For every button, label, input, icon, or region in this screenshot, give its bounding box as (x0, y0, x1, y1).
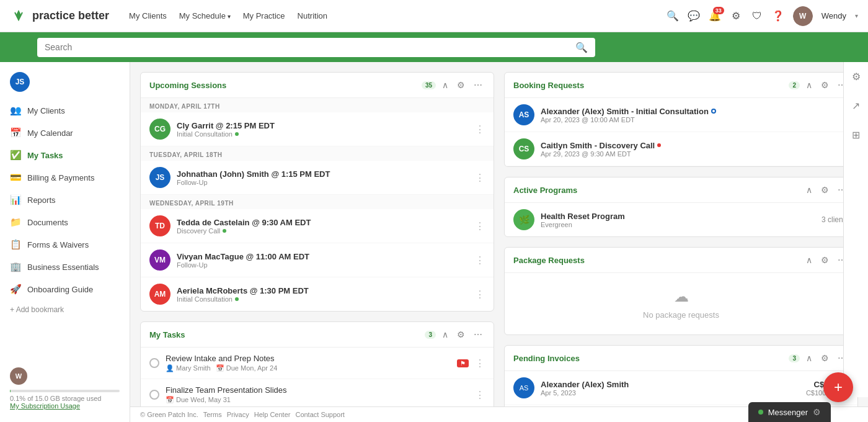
nav-my-schedule[interactable]: My Schedule (179, 11, 231, 20)
task-check-2[interactable] (149, 390, 159, 400)
right-sidebar: ⚙ ↗ ⊞ (843, 62, 868, 397)
collapse-bookings-btn[interactable]: ∧ (804, 79, 815, 91)
right-settings-icon[interactable]: ⚙ (848, 67, 864, 86)
user-dropdown-icon[interactable]: ▾ (855, 12, 858, 19)
sidebar-item-reports[interactable]: 📊 Reports (0, 189, 130, 211)
sidebar-label-billing: Billing & Payments (27, 173, 94, 182)
sidebar-item-my-calendar[interactable]: 📅 My Calendar (0, 122, 130, 144)
storage-bar (10, 390, 120, 392)
footer-contact[interactable]: Contact Support (295, 411, 345, 418)
session-name-am: Aeriela McRoberts @ 1:30 PM EDT (177, 286, 469, 295)
settings-bookings-btn[interactable]: ⚙ (818, 79, 831, 91)
booking-info-as: Alexander (Alex) Smith - Initial Consult… (541, 107, 849, 123)
search-input[interactable] (45, 42, 575, 52)
task-info-1: Review Intake and Prep Notes 👤 Mary Smit… (166, 354, 451, 372)
nav-nutrition[interactable]: Nutrition (298, 11, 327, 20)
subscription-link[interactable]: My Subscription Usage (10, 402, 120, 410)
sidebar-profile-avatar: JS (10, 72, 30, 92)
settings-tasks-btn[interactable]: ⚙ (454, 328, 467, 341)
session-sub-cg: Initial Consultation (177, 130, 469, 138)
settings-packages-btn[interactable]: ⚙ (818, 254, 831, 266)
task-menu-1[interactable]: ⋮ (475, 357, 485, 369)
collapse-sessions-btn[interactable]: ∧ (440, 79, 451, 91)
booking-name-as: Alexander (Alex) Smith - Initial Consult… (541, 107, 849, 116)
nav-my-practice[interactable]: My Practice (243, 11, 285, 20)
sidebar-item-business[interactable]: 🏢 Business Essentials (0, 256, 130, 278)
session-menu-td[interactable]: ⋮ (475, 220, 485, 232)
collapse-tasks-btn[interactable]: ∧ (440, 328, 451, 341)
bell-icon[interactable]: 🔔 33 (709, 10, 721, 22)
settings-programs-btn[interactable]: ⚙ (818, 184, 831, 196)
task-flag-1[interactable]: ⚑ (457, 359, 469, 367)
date-monday: MONDAY, APRIL 17TH (141, 98, 494, 112)
footer-privacy[interactable]: Privacy (227, 411, 249, 418)
task-meta-2: 📅 Due Wed, May 31 (166, 396, 469, 404)
session-avatar-cg: CG (149, 119, 170, 140)
task-due-2: 📅 Due Wed, May 31 (166, 396, 231, 404)
user-avatar[interactable]: W (793, 6, 813, 26)
sidebar-item-my-tasks[interactable]: ✅ My Tasks (0, 144, 130, 166)
package-empty-text: No package requests (643, 310, 719, 320)
green-dot-td (223, 229, 226, 233)
footer-help[interactable]: Help Center (254, 411, 291, 418)
settings-invoices-btn[interactable]: ⚙ (818, 352, 831, 364)
logo-area[interactable]: practice better (10, 7, 109, 25)
sidebar-bottom: W 0.1% of 15.0 GB storage used My Subscr… (0, 360, 130, 417)
nav-my-clients[interactable]: My Clients (129, 11, 167, 20)
session-menu-js[interactable]: ⋮ (475, 172, 485, 184)
task-check-1[interactable] (149, 358, 159, 368)
shield-icon[interactable]: 🛡 (751, 10, 763, 22)
sidebar-item-my-clients[interactable]: 👥 My Clients (0, 99, 130, 122)
fab-button[interactable]: + (823, 372, 853, 402)
package-requests-header: Package Requests ∧ ⚙ ⋯ (505, 248, 857, 273)
sidebar-bookmark[interactable]: + Add bookmark (0, 300, 130, 319)
program-sub-health: Evergreen (541, 221, 815, 228)
search-icon[interactable]: 🔍 (666, 10, 679, 22)
booking-dot-blue[interactable] (711, 109, 716, 114)
booking-avatar-as: AS (513, 104, 534, 125)
left-column: Upcoming Sessions 35 ∧ ⚙ ⋯ MONDAY, APRIL… (140, 72, 494, 422)
green-dot-cg (235, 132, 239, 136)
session-aeriela: AM Aeriela McRoberts @ 1:30 PM EDT Initi… (141, 277, 494, 311)
messenger-settings-icon[interactable]: ⚙ (813, 407, 821, 417)
session-menu-cg[interactable]: ⋮ (475, 123, 485, 135)
right-grid-icon[interactable]: ⊞ (848, 125, 864, 145)
collapse-programs-btn[interactable]: ∧ (804, 184, 815, 196)
more-sessions-btn[interactable]: ⋯ (471, 79, 485, 91)
sidebar-item-documents[interactable]: 📁 Documents (0, 211, 130, 233)
task-menu-2[interactable]: ⋮ (475, 389, 485, 401)
settings-sessions-btn[interactable]: ⚙ (454, 79, 467, 91)
settings-icon[interactable]: ⚙ (730, 10, 742, 22)
calendar-icon: 📅 (10, 127, 21, 138)
session-sub-vm: Follow-Up (177, 261, 469, 269)
sidebar-item-billing[interactable]: 💳 Billing & Payments (0, 166, 130, 189)
chat-icon[interactable]: 💬 (688, 10, 700, 22)
footer-terms[interactable]: Terms (203, 411, 222, 418)
session-info-vm: Vivyan MacTague @ 11:00 AM EDT Follow-Up (177, 252, 469, 269)
search-submit-icon[interactable]: 🔍 (575, 42, 588, 53)
user-name[interactable]: Wendy (822, 11, 846, 20)
session-avatar-td: TD (149, 215, 170, 236)
task-due-1: 📅 Due Mon, Apr 24 (216, 364, 278, 372)
upcoming-sessions-header: Upcoming Sessions 35 ∧ ⚙ ⋯ (141, 73, 494, 98)
sidebar-item-onboarding[interactable]: 🚀 Onboarding Guide (0, 278, 130, 300)
green-dot-am (235, 297, 239, 301)
package-requests-title: Package Requests (513, 256, 800, 265)
sidebar-item-forms[interactable]: 📋 Forms & Waivers (0, 233, 130, 256)
collapse-invoices-btn[interactable]: ∧ (804, 352, 815, 364)
help-icon[interactable]: ❓ (772, 10, 784, 22)
collapse-packages-btn[interactable]: ∧ (804, 254, 815, 266)
session-menu-vm[interactable]: ⋮ (475, 254, 485, 266)
right-share-icon[interactable]: ↗ (848, 96, 864, 115)
session-menu-am[interactable]: ⋮ (475, 289, 485, 300)
sidebar-profile: JS (0, 67, 130, 99)
sidebar-label-documents: Documents (27, 218, 68, 227)
package-requests-widget: Package Requests ∧ ⚙ ⋯ ☁ No package requ… (504, 247, 858, 335)
notification-badge: 33 (713, 7, 724, 14)
session-johnathan-smith: JS Johnathan (John) Smith @ 1:15 PM EDT … (141, 161, 494, 195)
session-info-am: Aeriela McRoberts @ 1:30 PM EDT Initial … (177, 286, 469, 303)
avatar-initials: W (793, 6, 813, 26)
more-tasks-btn[interactable]: ⋯ (471, 328, 485, 341)
messenger-bar[interactable]: Messenger ⚙ (748, 402, 831, 422)
program-info-health: Health Reset Program Evergreen (541, 212, 815, 228)
